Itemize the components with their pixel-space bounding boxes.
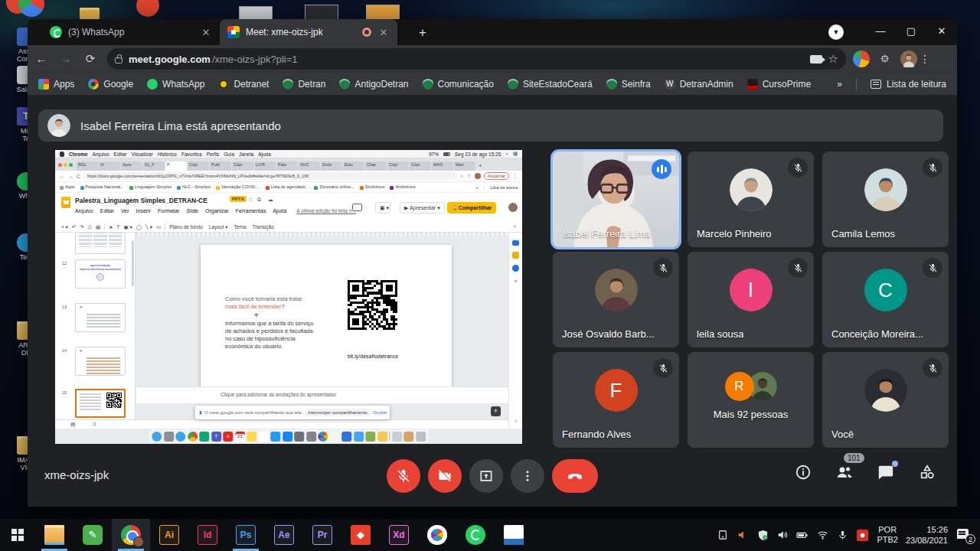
- star-icon[interactable]: ☆: [248, 197, 253, 203]
- bookmark-item[interactable]: Apps: [38, 79, 74, 90]
- finder-dock-icon[interactable]: [152, 432, 162, 442]
- bookmark-item[interactable]: Detranet: [218, 79, 269, 90]
- toolbar-label[interactable]: Tema: [234, 224, 247, 230]
- chat-button[interactable]: [876, 462, 896, 482]
- stop-sharing-button[interactable]: Interromper compartilhamento: [305, 409, 370, 416]
- slides-user-avatar[interactable]: [508, 203, 518, 212]
- desktop-item[interactable]: [136, 0, 159, 17]
- trash-dock-icon[interactable]: [416, 432, 426, 442]
- mac-bookmark-item[interactable]: NLC - Simplipo: [177, 184, 211, 189]
- participant-tile[interactable]: lleila sousa: [688, 252, 814, 347]
- mac-tab[interactable]: Publ: [210, 161, 231, 171]
- taskbar-after-effects[interactable]: Ae: [265, 519, 303, 551]
- people-button[interactable]: 101: [835, 462, 854, 482]
- slides-menu-item[interactable]: Slide: [186, 208, 198, 214]
- camera-permission-icon[interactable]: [810, 55, 822, 64]
- participant-tile[interactable]: Marcelo Pinheiro: [688, 152, 814, 247]
- mac-dock[interactable]: TA23: [149, 429, 429, 443]
- mac-tab[interactable]: IV: [99, 161, 120, 171]
- toolbar-label[interactable]: Plano de fundo: [169, 224, 203, 230]
- slides-menu-item[interactable]: Ver: [121, 208, 129, 214]
- preferences-dock-icon[interactable]: [306, 432, 316, 442]
- speaker-notes[interactable]: Clique para adicionar as anotações do ap…: [136, 386, 508, 403]
- mac-tab[interactable]: Mari: [454, 161, 475, 171]
- mac-bookmark-item[interactable]: Sinônimos: [360, 184, 385, 189]
- mac-tab[interactable]: Pale: [276, 161, 298, 171]
- camera-off-button[interactable]: [428, 459, 462, 493]
- keep-icon[interactable]: [512, 252, 519, 259]
- participant-tile[interactable]: RMais 92 pessoas: [688, 352, 814, 448]
- browser-menu-icon[interactable]: ⋮: [917, 53, 933, 65]
- mac-tab[interactable]: Estu: [343, 161, 364, 171]
- reading-list-button[interactable]: Lista de leitura: [871, 79, 946, 90]
- mac-reload-icon[interactable]: C: [77, 174, 80, 179]
- toolbar-label[interactable]: Transição: [252, 224, 273, 230]
- bookmark-item[interactable]: WDetranAdmin: [665, 79, 733, 90]
- notes-dock-icon[interactable]: [247, 432, 256, 442]
- mac-menu-item[interactable]: Perfis: [207, 152, 220, 157]
- mac-bookmark-item[interactable]: Apps: [60, 184, 75, 189]
- mac-close-icon[interactable]: [58, 163, 62, 167]
- chrome-dock-icon[interactable]: [188, 432, 198, 442]
- pencil-dock-icon[interactable]: [330, 432, 340, 442]
- mac-menu-item[interactable]: Favoritos: [181, 152, 202, 157]
- filmstrip-view-icon[interactable]: ▤: [70, 422, 76, 428]
- mac-tab[interactable]: Cópi: [387, 161, 409, 171]
- mac-star-icon[interactable]: ☆: [466, 173, 471, 179]
- minimize-button[interactable]: —: [865, 19, 896, 44]
- mac-menu-item[interactable]: Arquivo: [93, 152, 109, 157]
- bookmark-item[interactable]: Seinfra: [606, 79, 651, 90]
- mac-tab[interactable]: Cópi: [410, 161, 431, 171]
- reminders-dock-icon[interactable]: [259, 432, 269, 442]
- bookmark-item[interactable]: SiteEstadoCeará: [508, 79, 593, 90]
- mac-forward-icon[interactable]: →: [68, 174, 74, 179]
- mac-tab[interactable]: Cópi: [188, 161, 209, 171]
- presenter-plus-button[interactable]: +: [491, 406, 501, 416]
- tab-whatsapp[interactable]: (3) WhatsApp ✕: [42, 19, 220, 45]
- slides-menu-item[interactable]: Inserir: [136, 208, 151, 214]
- mac-bookmark-item[interactable]: Antônimos: [390, 184, 415, 189]
- slides-menu-item[interactable]: Formatar: [158, 208, 179, 214]
- mac-menu-item[interactable]: Ajuda: [258, 152, 271, 157]
- microphone-icon[interactable]: [835, 528, 849, 542]
- mac-new-tab-icon[interactable]: +: [479, 162, 482, 169]
- collapse-panel-icon[interactable]: ›: [514, 419, 516, 424]
- mac-zoom-icon[interactable]: [69, 163, 73, 167]
- siri-icon[interactable]: [513, 152, 518, 156]
- mac-menu-item[interactable]: Editar: [114, 152, 127, 157]
- slides-menu-item[interactable]: Editar: [100, 208, 114, 214]
- tablet-icon[interactable]: [716, 528, 730, 542]
- sound-orange-icon[interactable]: [736, 528, 750, 542]
- slides-menu-item[interactable]: Ajuda: [273, 208, 286, 214]
- mac-bookmark-item[interactable]: Lista de agendado...: [266, 184, 309, 189]
- mac-tab[interactable]: Apre: [121, 161, 142, 171]
- mac-profile-avatar[interactable]: [475, 173, 481, 179]
- slides-menu-item[interactable]: Ferramentas: [236, 208, 266, 214]
- bookmark-item[interactable]: CursoPrime: [747, 79, 811, 90]
- bookmark-item[interactable]: AntigoDetran: [339, 79, 408, 90]
- clock[interactable]: 15:2623/08/2021: [906, 524, 948, 546]
- acrobat-dock-icon[interactable]: A: [223, 432, 233, 442]
- keynote-dock-icon[interactable]: [283, 432, 292, 442]
- atualizar-button[interactable]: Atualizar: [484, 172, 509, 180]
- record-icon[interactable]: [855, 528, 869, 542]
- move-icon[interactable]: ⧉: [257, 197, 261, 203]
- mac-tab[interactable]: NVC: [299, 161, 320, 171]
- new-tab-button[interactable]: +: [413, 24, 432, 42]
- mac-menu-item[interactable]: Janela: [239, 152, 253, 157]
- mac-tab[interactable]: Dicio: [321, 161, 342, 171]
- slides-menu-item[interactable]: Arquivo: [75, 208, 93, 214]
- volume-icon[interactable]: [776, 528, 789, 542]
- more-options-button[interactable]: [511, 459, 544, 493]
- mac-tab[interactable]: Cópi: [232, 161, 253, 171]
- bookmarks-overflow-icon[interactable]: »: [837, 79, 842, 90]
- mac-menu-item[interactable]: Guia: [224, 152, 234, 157]
- taskbar-premiere[interactable]: Pr: [303, 519, 341, 551]
- slide-thumbnail[interactable]: “: [75, 347, 126, 376]
- start-button[interactable]: [0, 519, 35, 551]
- language-indicator[interactable]: PORPTB2: [877, 525, 898, 545]
- launchpad-dock-icon[interactable]: [164, 432, 174, 442]
- calendar-dock-icon[interactable]: 23: [235, 432, 245, 442]
- bookmark-item[interactable]: Detran: [283, 79, 325, 90]
- apresentar-button[interactable]: ▶ Apresentar ▾: [400, 202, 445, 214]
